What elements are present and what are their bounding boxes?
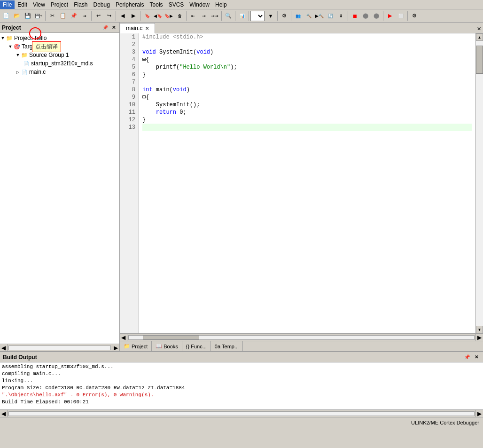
ln-12: 12 bbox=[123, 116, 135, 124]
indent-more-btn[interactable]: ⇥ bbox=[199, 11, 209, 21]
build-hscroll-left[interactable]: ◀ bbox=[0, 410, 8, 417]
save-btn[interactable]: 💾 bbox=[23, 11, 33, 21]
undo-btn[interactable]: ↩ bbox=[93, 11, 103, 21]
tree-toggle-main[interactable]: ▷ bbox=[15, 69, 21, 75]
bottom-tab-books[interactable]: 📖 Books bbox=[152, 341, 182, 352]
hscroll-right-btn[interactable]: ▶ bbox=[112, 344, 119, 351]
target-dropdown[interactable]: Target 1 bbox=[250, 11, 265, 21]
redo-btn[interactable]: ↪ bbox=[104, 11, 114, 21]
build-close-btn[interactable]: ✕ bbox=[473, 354, 480, 361]
content-area: Project 📌 ✕ ▼ 📁 Project: hello ▼ 🎯 Targe… bbox=[0, 23, 483, 351]
bottom-tab-books-icon: 📖 bbox=[156, 343, 162, 349]
hscroll-thumb[interactable] bbox=[143, 336, 199, 339]
debug-stop-btn[interactable]: ⏹ bbox=[350, 11, 360, 21]
code-line-7 bbox=[142, 79, 472, 86]
options-btn[interactable]: ⚙ bbox=[279, 11, 289, 21]
panel-pin-btn[interactable]: 📌 bbox=[101, 24, 109, 31]
bookmark-btn[interactable]: 🔖 bbox=[142, 11, 152, 21]
bottom-tab-temp[interactable]: 0a Temp... bbox=[211, 341, 243, 352]
indent-btn[interactable]: ⇥ bbox=[79, 11, 90, 21]
build-pin-btn[interactable]: 📌 bbox=[463, 354, 471, 361]
build-hscroll-right[interactable]: ▶ bbox=[475, 410, 483, 417]
tree-toggle-target[interactable]: ▼ bbox=[8, 44, 13, 49]
menu-view[interactable]: View bbox=[30, 0, 48, 9]
bookmark-next-btn[interactable]: 🔖▶ bbox=[164, 11, 174, 21]
bookmark-clear-btn[interactable]: 🗑 bbox=[174, 11, 185, 21]
editor-panel-close-btn[interactable]: ✕ bbox=[475, 25, 483, 33]
vscroll-up-btn[interactable]: ▲ bbox=[476, 33, 483, 41]
manage-btn[interactable]: 👥 bbox=[293, 11, 303, 21]
editor-main[interactable]: 1 2 3 4 5 6 7 8 9 10 11 12 13 #include <… bbox=[120, 33, 483, 333]
panel-close-btn[interactable]: ✕ bbox=[110, 24, 117, 31]
code-line-1: #include <stdio.h> bbox=[142, 33, 472, 41]
menu-svcs[interactable]: SVCS bbox=[166, 0, 187, 9]
project-panel-header: Project 📌 ✕ bbox=[0, 23, 119, 33]
save-all-btn[interactable]: 💾+ bbox=[33, 11, 44, 21]
menu-project[interactable]: Project bbox=[48, 0, 71, 9]
nav-back-btn[interactable]: ◀ bbox=[117, 11, 128, 21]
code-line-8: int main(void) bbox=[142, 86, 472, 94]
rebuild-btn[interactable]: 🔄 bbox=[325, 11, 335, 21]
editor-hscroll[interactable]: ◀ ▶ bbox=[120, 333, 483, 341]
new-file-btn[interactable]: 📄 bbox=[1, 11, 11, 21]
download-btn[interactable]: ⬇ bbox=[336, 11, 346, 21]
open-btn[interactable]: 📂 bbox=[12, 11, 22, 21]
menu-tools[interactable]: Tools bbox=[147, 0, 166, 9]
menu-bar: File Edit View Project Flash Debug Perip… bbox=[0, 0, 483, 9]
debug-start-btn[interactable]: ▶ bbox=[385, 11, 395, 21]
ln-2: 2 bbox=[123, 41, 135, 48]
cut-btn[interactable]: ✂ bbox=[47, 11, 57, 21]
hscroll-left[interactable]: ◀ bbox=[120, 334, 127, 341]
debug-run-btn[interactable]: ⬤ bbox=[360, 11, 371, 21]
hscroll-right[interactable]: ▶ bbox=[475, 334, 483, 341]
tree-toggle-group[interactable]: ▼ bbox=[15, 52, 21, 58]
build-content-area: assembling startup_stm32f10x_md.s... com… bbox=[0, 362, 483, 409]
code-line-11: return 0; bbox=[142, 109, 472, 116]
editor-tab-bar: main.c ✕ ✕ bbox=[120, 23, 483, 33]
build-hscroll[interactable]: ◀ ▶ bbox=[0, 409, 483, 417]
menu-window[interactable]: Window bbox=[187, 0, 212, 9]
hscroll-left-btn[interactable]: ◀ bbox=[0, 344, 8, 351]
vscroll-thumb[interactable] bbox=[476, 46, 483, 74]
hscroll-track bbox=[8, 346, 111, 350]
bottom-tab-project[interactable]: 📁 Project bbox=[120, 341, 152, 352]
indent-less-btn[interactable]: ⇤ bbox=[188, 11, 198, 21]
build-btn[interactable]: ▶🔨 bbox=[314, 11, 325, 21]
bottom-tab-temp-label: Temp... bbox=[222, 344, 239, 349]
editor-vscroll[interactable]: ▲ ▼ bbox=[475, 33, 483, 333]
menu-flash[interactable]: Flash bbox=[71, 0, 90, 9]
ln-4: 4 bbox=[123, 56, 135, 63]
code-line-9: ⊟{ bbox=[142, 94, 472, 101]
menu-peripherals[interactable]: Peripherals bbox=[113, 0, 147, 9]
editor-tab-mainc[interactable]: main.c ✕ bbox=[120, 23, 155, 33]
project-hscroll[interactable]: ◀ ▶ bbox=[0, 344, 119, 351]
nav-fwd-btn[interactable]: ▶ bbox=[128, 11, 139, 21]
find-btn[interactable]: 🔍 bbox=[223, 11, 234, 21]
code-content[interactable]: #include <stdio.h> void SystemInit(void)… bbox=[139, 33, 475, 333]
misc-btn[interactable]: 📊 bbox=[237, 11, 247, 21]
menu-debug[interactable]: Debug bbox=[91, 0, 113, 9]
vscroll-down-btn[interactable]: ▼ bbox=[476, 326, 483, 333]
debug-target-btn[interactable]: ⬜ bbox=[396, 11, 406, 21]
project-panel-title: Project bbox=[2, 24, 21, 31]
bookmark-prev-btn[interactable]: ◀🔖 bbox=[153, 11, 163, 21]
settings-btn[interactable]: ⚙ bbox=[409, 11, 420, 21]
tree-toggle-project[interactable]: ▼ bbox=[0, 35, 6, 41]
copy-btn[interactable]: 📋 bbox=[58, 11, 68, 21]
target-dropdown-arrow[interactable]: ▼ bbox=[265, 11, 276, 21]
debug-step-btn[interactable]: ⬤ bbox=[371, 11, 382, 21]
ln-1: 1 bbox=[123, 33, 135, 41]
ln-7: 7 bbox=[123, 79, 135, 86]
menu-help[interactable]: Help bbox=[212, 0, 230, 9]
toolbar-row1: 📄 📂 💾 💾+ ✂ 📋 📌 ⇥ ↩ ↪ ◀ ▶ 🔖 ◀🔖 🔖▶ 🗑 ⇤ ⇥ ⇥… bbox=[0, 9, 483, 23]
menu-file[interactable]: File bbox=[0, 0, 15, 9]
tab-close-btn[interactable]: ✕ bbox=[145, 26, 149, 31]
bottom-tab-func[interactable]: {} Func... bbox=[182, 341, 211, 352]
tree-file-main[interactable]: ▷ 📄 main.c bbox=[0, 68, 119, 76]
paste-btn[interactable]: 📌 bbox=[69, 11, 79, 21]
tree-file-startup[interactable]: 📄 startup_stm32f10x_md.s bbox=[0, 59, 119, 68]
clean-btn[interactable]: 🔨 bbox=[304, 11, 314, 21]
menu-edit[interactable]: Edit bbox=[15, 0, 30, 9]
indent-more2-btn[interactable]: ⇥⇥ bbox=[210, 11, 220, 21]
status-text: ULINK2/ME Cortex Debugger bbox=[411, 420, 479, 425]
